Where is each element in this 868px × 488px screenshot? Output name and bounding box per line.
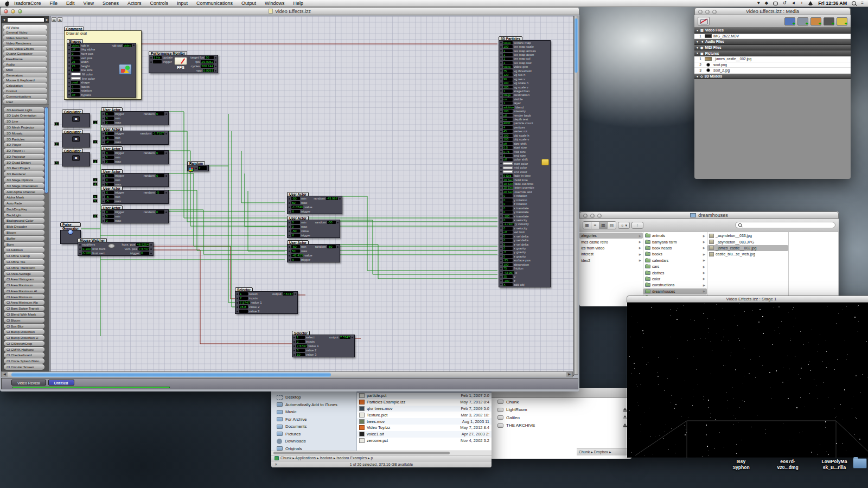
actor-item[interactable]: 3D Particles	[4, 137, 44, 142]
actor-item[interactable]: BackLight	[4, 213, 44, 218]
apple-menu-icon[interactable]	[4, 1, 10, 6]
desktop-icon[interactable]: eos7d-v20...dmg	[768, 459, 807, 471]
node-mouse-watcher[interactable]: Mouse Watchermodifiershorz. pos48.92540-…	[78, 238, 154, 256]
actor-item[interactable]: CI Area Maximum Al	[4, 288, 44, 294]
media-row[interactable]: ▼ ▣ Pictures	[694, 50, 851, 56]
menu-item[interactable]: Scenes	[98, 1, 123, 6]
finder-breadcrumb[interactable]: Chunk ▸ Applications ▸ Isadora ▸ Isadora…	[271, 455, 492, 461]
actor-category[interactable]: FreeFrame	[3, 56, 47, 61]
media-row[interactable]: ▼ ◉ MIDI Files	[694, 45, 851, 51]
filter-dropdown-icon[interactable]: ▼	[3, 18, 6, 22]
finder-file-row[interactable]: Particles Example.izz May 7, 2012 8:4	[357, 399, 492, 406]
actor-item[interactable]: CI Bump Distortion Li	[4, 335, 44, 341]
actor-item[interactable]: 3D Mesh Projector	[4, 125, 44, 130]
actor-category[interactable]: Control	[3, 88, 47, 93]
disclosure-triangle-icon[interactable]: ▼	[696, 46, 699, 49]
add-3d-model-icon[interactable]	[837, 17, 847, 25]
node-calculator[interactable]: Calculator1=	[62, 110, 90, 127]
actor-item[interactable]: CI Affine Clamp	[4, 253, 44, 259]
devices-breadcrumb[interactable]: Chunk ▸ Dropbox ▸	[577, 448, 631, 455]
actor-item[interactable]: 3D Player++	[4, 148, 44, 153]
finder-file-row[interactable]: particle.pct Feb 1, 2007 2:0	[357, 393, 492, 399]
actor-item[interactable]: CI Affine Transform	[4, 265, 44, 271]
share-button[interactable]: ↑	[631, 222, 643, 229]
desktop-icon[interactable]: IssySyphon	[722, 459, 761, 471]
actor-item[interactable]: CI Bump Distortion	[4, 329, 44, 335]
finder-sidebar-item[interactable]: Originals	[271, 445, 356, 451]
device-row[interactable]: Chunk	[490, 398, 632, 406]
actor-item[interactable]: Background Color	[4, 218, 44, 223]
column-folder-row[interactable]: cars▶	[643, 264, 707, 269]
actor-item[interactable]: CI Circle Splash Disto	[4, 358, 44, 364]
dreamhouses-titlebar[interactable]: dreamhouses	[579, 211, 839, 219]
node-shapes[interactable]: Shapesvideorgb inrgb outvideooffbkg alph…	[67, 39, 136, 98]
actor-item[interactable]: 3D Mosaic	[4, 131, 44, 136]
actor-item[interactable]: 3D Projector	[4, 154, 44, 159]
column-folder-row[interactable]: book heads▶	[643, 245, 707, 251]
finder-file-row[interactable]: trees.mov Aug 1, 2003 11	[357, 418, 492, 425]
spotlight-icon[interactable]	[852, 1, 856, 5]
actor-item[interactable]: CI Area Minimum	[4, 294, 44, 300]
add-picture-icon[interactable]	[810, 17, 821, 25]
column-file-row[interactable]: _asyndeton__083.JPG	[707, 239, 788, 245]
actor-item[interactable]: 3D Light Orientation	[4, 113, 44, 118]
actor-item[interactable]: 3D Rect Project	[4, 165, 44, 171]
media-titlebar[interactable]: Video Effects.izz : Media	[694, 8, 851, 15]
menu-item[interactable]: Windows	[260, 1, 289, 6]
actor-item[interactable]: 3D Line	[4, 119, 44, 124]
actor-item[interactable]: CI Area Maximum	[4, 282, 44, 288]
toolbox-search-input[interactable]	[7, 17, 44, 22]
node-user-actor[interactable]: User Actor-50minrandom-5050max-42.423val…	[287, 240, 340, 262]
finder-sidebar-item[interactable]: Documents	[271, 423, 356, 431]
isadora-examples-finder-window[interactable]: Desktop Automatically Add to iTunes Musi…	[271, 389, 492, 467]
media-row[interactable]: ▼ ◄ Audio Files	[694, 39, 851, 45]
window-buttons[interactable]	[583, 214, 602, 218]
disclosure-triangle-icon[interactable]: ▼	[696, 29, 699, 32]
window-buttons[interactable]	[4, 9, 22, 14]
column-folder-row[interactable]: mes castle retro▶	[579, 239, 643, 245]
menu-item[interactable]: IsadoraCore	[10, 1, 46, 6]
menu-item[interactable]: Help	[289, 1, 308, 6]
dreamhouses-finder-window[interactable]: dreamhouses ▦≡▥▤ ☼ ▾ ↑ ategories▶ mes ca…	[579, 211, 839, 306]
patch-canvas[interactable]: ⊞ ➤ CommentDraw an ovalShapesvideorgb in…	[50, 16, 574, 376]
actor-category[interactable]: MIDI	[3, 67, 47, 72]
disclosure-triangle-icon[interactable]: ▼	[696, 40, 699, 43]
actor-item[interactable]: CI Box Blur	[4, 324, 44, 329]
actor-category[interactable]: Communications	[3, 94, 47, 99]
menu-clock[interactable]: Fri 12:36 AM	[818, 1, 847, 6]
device-row[interactable]: LightRoom	[490, 406, 632, 414]
finder-sidebar-item[interactable]: Music	[271, 408, 356, 416]
node-user-actor[interactable]: User Actor0minrandom-500max-50valueXtrig…	[287, 216, 340, 238]
finder-sidebar-item[interactable]: Downloads	[271, 438, 356, 445]
heart-menu-icon[interactable]: ♥	[757, 1, 760, 6]
media-row[interactable]: ▼ 1 IMG_2622.MOV	[694, 34, 851, 40]
media-row[interactable]: ▼ 1 _james_castle__002.jpg	[694, 56, 851, 62]
finder-file-row[interactable]: Video Toy.izz May 7, 2012 8:4	[357, 425, 492, 431]
node-calculator[interactable]: Calculator3=	[62, 149, 90, 166]
disclosure-triangle-icon[interactable]: ▼	[696, 75, 699, 78]
media-row[interactable]: ▼ 2 soot.png	[694, 62, 851, 68]
menu-item[interactable]: Controls	[145, 1, 173, 6]
actor-item[interactable]: CI CMYK Halftone	[4, 347, 44, 352]
node-3d-particles[interactable]: 3D Particlesvideotexture map100tex map s…	[499, 36, 551, 287]
node-user-actor[interactable]: User ActorXtriggerrandom060min0max	[101, 206, 169, 223]
column-file-row[interactable]: castle_blu...se_web.jpg	[707, 251, 788, 257]
actor-item[interactable]: Buffer	[4, 236, 44, 241]
stage-window[interactable]: Video Effects.izz : Stage 1	[627, 296, 868, 458]
actor-item[interactable]: 3D Renderer	[4, 171, 44, 177]
add-video-icon[interactable]	[784, 17, 795, 25]
time-machine-icon[interactable]: ↺	[783, 1, 787, 6]
actor-category[interactable]: All Video	[3, 25, 47, 30]
finder-file-row[interactable]: zeroone.pct Nov 4, 2002 3:2	[357, 438, 492, 444]
finder-file-row[interactable]: Texture.pict Mar 3, 2002 10:	[357, 412, 492, 418]
main-titlebar[interactable]: Video Effects.izz	[0, 7, 579, 15]
close-icon[interactable]: ✕	[275, 463, 278, 467]
node-user-actor[interactable]: User ActorXtriggerrandom-1.7107-1min2-2m…	[101, 127, 169, 145]
column-folder-row[interactable]: ategories▶	[579, 233, 643, 239]
actor-item[interactable]: CI Affine Tile	[4, 259, 44, 265]
menu-item[interactable]: Input	[173, 1, 192, 6]
action-menu-button[interactable]: ☼ ▾	[618, 222, 630, 229]
actor-category[interactable]: Quartz Composer	[3, 51, 47, 56]
actor-item[interactable]: CI CIStretchCrop	[4, 341, 44, 346]
actor-item[interactable]: CI Area Histogram	[4, 277, 44, 282]
